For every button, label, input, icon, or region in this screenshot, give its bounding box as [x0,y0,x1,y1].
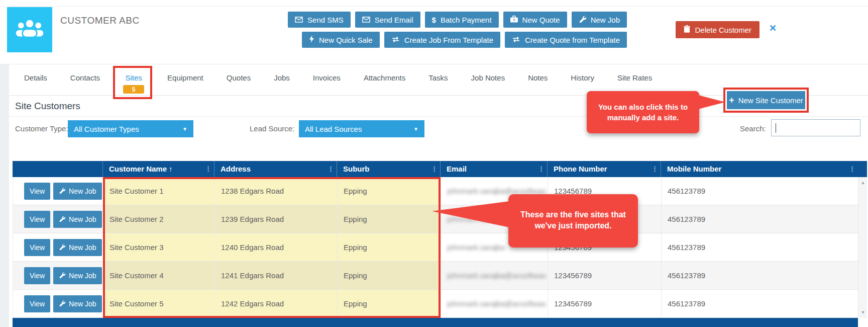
column-menu-icon[interactable]: ⋮ [431,161,438,177]
view-button[interactable]: View [24,267,50,284]
create-quote-from-template-button[interactable]: Create Quote from Template [505,32,627,48]
bolt-icon [309,35,314,44]
customer-page: CUSTOMER ABC Send SMS Send Email $ Batch… [0,0,868,327]
wrench-icon [59,215,65,223]
new-job-button[interactable]: New Job [572,12,627,28]
scroll-down-icon[interactable]: ▼ [858,310,867,315]
table-header-row: Customer Name↑ ⋮ Address ⋮ Suburb ⋮ Emai… [13,161,867,177]
header-actions: Send SMS Send Email $ Batch Payment New … [288,12,627,48]
briefcase-icon [510,16,518,24]
repeat-icon [391,36,400,44]
row-new-job-button[interactable]: New Job [53,239,101,256]
cell-mobile: 456123789 [662,290,858,317]
table-row: View New Job Site Customer 1 1238 Edgars… [13,177,867,205]
column-menu-icon[interactable]: ⋮ [538,161,545,177]
plus-icon: + [729,95,734,106]
tab-invoices[interactable]: Invoices [313,73,341,95]
cell-email-redacted: johnmark.sarajba@acsoftwas .. [441,262,548,289]
table-row: View New Job Site Customer 4 1241 Edgars… [13,262,867,290]
view-button[interactable]: View [24,211,50,228]
column-phone-number[interactable]: Phone Number ⋮ [548,161,661,177]
lead-source-dropdown[interactable]: All Lead Sources ▼ [299,120,424,137]
cell-address: 1238 Edgars Road [215,177,338,205]
chevron-down-icon: ▼ [182,126,187,132]
close-icon[interactable]: ✕ [769,23,777,34]
row-new-job-button[interactable]: New Job [53,295,101,312]
send-email-button[interactable]: Send Email [355,12,420,28]
customer-header: CUSTOMER ABC Send SMS Send Email $ Batch… [7,7,861,52]
header-actions-row2: New Quick Sale Create Job From Template … [302,32,627,48]
new-quote-button[interactable]: New Quote [503,12,567,28]
text-caret [776,123,776,133]
vertical-scrollbar[interactable]: ▲ ▼ [858,177,867,318]
cell-address: 1240 Edgars Road [215,233,338,261]
tab-attachments[interactable]: Attachments [364,73,405,95]
column-mobile-number[interactable]: Mobile Number ⋮ [661,161,858,177]
cell-suburb: Epping [338,205,441,233]
delete-customer-button[interactable]: Delete Customer [676,21,759,38]
customer-avatar [7,7,52,52]
filter-bar: Customer Type: All Customer Types ▼ Lead… [9,117,868,141]
column-menu-icon[interactable]: ⋮ [849,161,855,177]
column-menu-icon[interactable]: ⋮ [652,161,658,177]
create-job-from-template-button[interactable]: Create Job From Template [384,32,500,48]
section-title: Site Customers [15,101,80,112]
trash-icon [684,25,690,34]
customer-type-dropdown[interactable]: All Customer Types ▼ [68,120,193,137]
cell-address: 1241 Edgars Road [215,262,338,289]
batch-payment-button[interactable]: $ Batch Payment [425,12,499,28]
lead-source-label: Lead Source: [250,124,294,133]
left-gutter [0,64,9,327]
cell-customer-name: Site Customer 5 [103,290,215,317]
row-new-job-button[interactable]: New Job [53,183,101,200]
cell-phone: 123456789 [548,290,662,317]
cell-mobile: 456123789 [662,205,858,233]
wrench-icon [59,187,65,195]
wrench-icon [579,15,586,24]
tab-sites[interactable]: Sites 5 [123,73,144,95]
scroll-up-icon[interactable]: ▲ [858,180,867,185]
search-input[interactable] [771,119,860,136]
new-site-customer-annotation-box: + New Site Customer [723,88,809,113]
repeat-icon [512,36,520,44]
column-customer-name[interactable]: Customer Name↑ ⋮ [103,161,214,177]
tab-job-notes[interactable]: Job Notes [471,73,505,95]
tab-contacts[interactable]: Contacts [70,73,100,95]
tab-jobs[interactable]: Jobs [274,73,290,95]
tab-quotes[interactable]: Quotes [227,73,251,95]
cell-suburb: Epping [338,262,441,289]
add-site-callout: You can also click this to manually add … [587,91,699,133]
tab-notes[interactable]: Notes [528,73,548,95]
cell-email-redacted: johnmark.sarajba@acsoftwas .. [441,290,548,317]
view-button[interactable]: View [24,183,50,200]
table-footer-bar [13,318,858,327]
new-site-customer-button[interactable]: + New Site Customer [727,91,805,109]
column-actions [13,161,103,177]
column-email[interactable]: Email ⋮ [441,161,548,177]
view-button[interactable]: View [24,239,50,256]
column-address[interactable]: Address ⋮ [214,161,337,177]
envelope-icon [295,16,303,24]
row-new-job-button[interactable]: New Job [53,211,101,228]
dollar-icon: $ [432,16,436,24]
chevron-down-icon: ▼ [413,126,418,132]
cell-suburb: Epping [338,290,441,317]
cell-customer-name: Site Customer 2 [103,205,215,233]
table-row: View New Job Site Customer 2 1239 Edgars… [13,205,867,233]
column-menu-icon[interactable]: ⋮ [205,161,211,177]
row-new-job-button[interactable]: New Job [53,267,101,284]
tab-tasks[interactable]: Tasks [428,73,448,95]
column-suburb[interactable]: Suburb ⋮ [337,161,441,177]
wrench-icon [59,243,65,252]
imported-sites-callout: These are the five sites that we've just… [508,194,638,248]
view-button[interactable]: View [24,295,50,312]
tab-equipment[interactable]: Equipment [167,73,203,95]
cell-phone: 123456789 [548,262,662,289]
column-menu-icon[interactable]: ⋮ [328,161,334,177]
tab-details[interactable]: Details [24,73,47,95]
cell-customer-name: Site Customer 3 [103,233,215,261]
cell-address: 1239 Edgars Road [215,205,338,233]
customer-type-label: Customer Type: [15,124,68,133]
send-sms-button[interactable]: Send SMS [288,12,351,28]
new-quick-sale-button[interactable]: New Quick Sale [302,32,380,48]
